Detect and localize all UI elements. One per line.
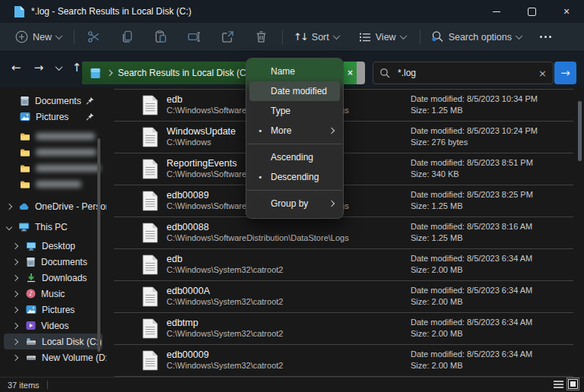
close-button[interactable]: × [549, 0, 584, 23]
chevron-right-icon[interactable] [12, 258, 18, 264]
sidebar-item-pictures-pinned[interactable]: Pictures [0, 109, 106, 125]
chevron-right-icon[interactable] [12, 338, 18, 344]
share-icon [221, 30, 235, 44]
file-row[interactable]: edb00009 C:\Windows\System32\catroot2 Da… [114, 345, 573, 377]
new-label: New [33, 32, 52, 43]
pin-icon [86, 96, 94, 105]
see-more-button[interactable] [534, 26, 557, 49]
menu-item-label: Type [271, 106, 290, 116]
menu-item-label: Date modified [271, 86, 327, 96]
recent-locations-button[interactable] [49, 58, 68, 77]
search-go-button[interactable]: → [554, 62, 576, 84]
chevron-right-icon[interactable] [12, 306, 18, 312]
sidebar-item-this-pc[interactable]: This PC [0, 219, 106, 235]
file-row[interactable]: WindowsUpdate C:\Windows Date modified: … [114, 122, 573, 153]
size-label: Size: [411, 265, 429, 274]
search-options-button[interactable]: Search options [425, 26, 528, 49]
file-path: C:\Windows\System32\catroot2 [167, 329, 283, 340]
size-value: 2.00 MB [432, 329, 463, 338]
sidebar-item-videos[interactable]: Videos [0, 318, 106, 334]
search-box[interactable]: × [373, 62, 554, 84]
menu-item-group-by[interactable]: Group by [246, 194, 343, 213]
menu-item-type[interactable]: Type [246, 101, 343, 121]
file-row[interactable]: edb C:\Windows\System32\catroot2 Date mo… [114, 249, 573, 281]
toolbar-divider [74, 30, 75, 45]
sidebar-item-documents-pinned[interactable]: Documents [0, 93, 106, 109]
back-button[interactable]: ← [6, 58, 26, 77]
sidebar-item-blurred-folder[interactable] [0, 128, 106, 144]
details-view-icon[interactable] [554, 379, 563, 389]
large-thumbnails-view-icon[interactable] [568, 379, 578, 389]
sidebar-item-new-volume-d[interactable]: New Volume (D: [0, 349, 106, 365]
copy-icon [120, 30, 135, 44]
maximize-button[interactable] [514, 0, 549, 23]
blurred-label [36, 165, 100, 172]
chevron-right-icon[interactable] [12, 354, 18, 360]
sidebar-item-onedrive[interactable]: OneDrive - Person [0, 198, 106, 214]
copy-button[interactable] [114, 26, 141, 49]
date-modified-label: Date modified: [411, 126, 465, 135]
title-bar: *.log - Search Results in Local Disk (C:… [0, 0, 584, 23]
chevron-right-icon[interactable] [12, 242, 18, 248]
drive-icon [26, 337, 36, 346]
clear-search-icon[interactable]: × [538, 68, 547, 79]
view-list-icon [359, 31, 371, 43]
file-list-scrollbar[interactable] [578, 101, 582, 161]
sidebar-item-label: Downloads [42, 273, 87, 283]
file-path: C:\Windows [167, 138, 236, 148]
sidebar-item-music[interactable]: ♪ Music [0, 286, 106, 302]
cut-button[interactable] [81, 26, 107, 49]
breadcrumb[interactable]: Search Results in Local Disk (C:) [118, 68, 252, 78]
log-file-icon [142, 286, 158, 307]
date-modified-value: 8/5/2023 10:24 PM [467, 126, 538, 135]
sidebar-item-blurred-folder[interactable] [0, 160, 106, 176]
sidebar-item-downloads[interactable]: Downloads [0, 270, 106, 286]
sidebar-item-documents[interactable]: Documents [0, 254, 106, 270]
menu-item-name[interactable]: Name [246, 62, 343, 81]
sort-arrows-icon: ↑↓ [294, 31, 307, 43]
forward-button[interactable]: → [29, 58, 49, 77]
sidebar-scrollbar[interactable] [97, 138, 100, 352]
sidebar-item-blurred-folder[interactable] [0, 144, 106, 160]
chevron-right-icon[interactable] [6, 203, 12, 209]
date-modified-label: Date modified: [411, 286, 465, 295]
menu-item-ascending[interactable]: Ascending [246, 147, 343, 167]
menu-item-date-modified[interactable]: Date modified [249, 81, 340, 101]
search-input[interactable] [396, 67, 532, 79]
file-row[interactable]: edb00088 C:\Windows\SoftwareDistribution… [114, 217, 573, 249]
date-modified-label: Date modified: [411, 94, 465, 103]
sort-label: Sort [312, 32, 329, 43]
file-row[interactable]: edbtmp C:\Windows\System32\catroot2 Date… [114, 313, 573, 345]
chevron-right-icon[interactable] [12, 274, 18, 280]
sidebar-item-desktop[interactable]: Desktop [0, 238, 106, 254]
window-title: *.log - Search Results in Local Disk (C:… [31, 6, 192, 17]
delete-button[interactable] [248, 26, 275, 49]
file-name: edb [167, 254, 283, 266]
paste-button[interactable] [148, 26, 174, 49]
sort-button[interactable]: ↑↓ Sort [287, 26, 345, 49]
file-row[interactable]: edb00089 C:\Windows\SoftwareDistribution… [114, 185, 573, 217]
menu-item-descending[interactable]: • Descending [246, 167, 343, 187]
chevron-right-icon[interactable] [12, 322, 18, 328]
menu-item-more[interactable]: • More [246, 121, 343, 141]
stop-search-button[interactable]: × [344, 62, 357, 84]
search-icon [379, 68, 390, 78]
chevron-right-icon[interactable] [12, 290, 18, 296]
sidebar-item-blurred-folder[interactable] [0, 176, 106, 192]
search-options-icon [431, 30, 444, 43]
file-row[interactable]: ReportingEvents C:\Windows\SoftwareDistr… [114, 153, 573, 185]
date-modified-value: 8/5/2023 6:34 AM [467, 254, 532, 263]
sidebar-item-local-disk-c[interactable]: Local Disk (C:) [4, 334, 103, 349]
file-details: Date modified: 8/5/2023 10:34 PM Size: 1… [411, 93, 538, 116]
minimize-button[interactable] [479, 0, 514, 23]
new-button[interactable]: New [9, 26, 68, 49]
file-row[interactable]: edb C:\Windows\SoftwareDistribution\Data… [114, 90, 573, 122]
rename-button[interactable] [181, 26, 208, 49]
file-row[interactable]: edb0000A C:\Windows\System32\catroot2 Da… [114, 281, 573, 313]
chevron-down-icon[interactable] [6, 223, 12, 229]
items-count: 37 items [8, 381, 40, 390]
share-button[interactable] [214, 26, 241, 49]
view-button[interactable]: View [353, 26, 412, 49]
file-details: Date modified: 8/5/2023 6:34 AM Size: 2.… [411, 349, 532, 371]
sidebar-item-pictures[interactable]: Pictures [0, 302, 106, 318]
